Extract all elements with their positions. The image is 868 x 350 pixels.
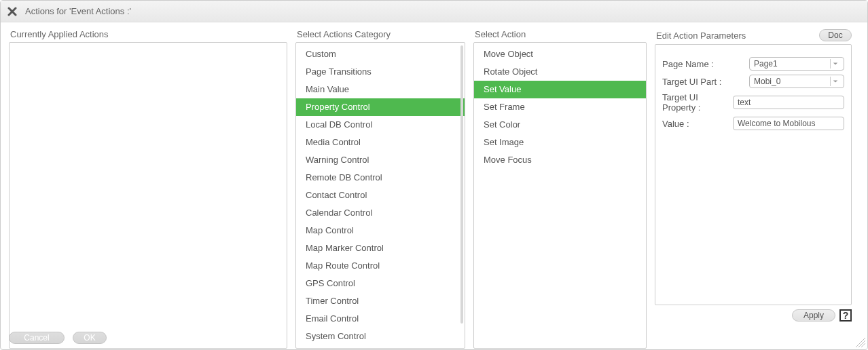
help-icon[interactable]: ? [839,309,852,322]
close-icon[interactable] [6,5,18,18]
value-label: Value : [662,119,727,129]
page-name-label: Page Name : [662,59,744,69]
apply-button[interactable]: Apply [792,309,835,322]
page-name-value: Page1 [754,59,778,69]
action-item[interactable]: Set Frame [474,98,646,116]
col-params: Edit Action Parameters Doc Page Name : P… [655,29,852,350]
category-item[interactable]: Local DB Control [296,116,465,134]
resize-grip-icon[interactable] [853,335,865,347]
category-item[interactable]: Remote DB Control [296,169,465,187]
category-item[interactable]: Property Control [296,98,465,116]
ok-button[interactable]: OK [73,332,107,344]
category-item[interactable]: Map Control [296,222,465,239]
action-item[interactable]: Set Image [474,134,646,151]
params-header: Edit Action Parameters [655,31,746,41]
target-ui-part-label: Target UI Part : [662,77,744,87]
target-ui-property-label: Target UI Property : [662,92,727,113]
cancel-button[interactable]: Cancel [9,332,65,344]
category-item[interactable]: Calendar Control [296,204,465,222]
category-item[interactable]: Contact Control [296,187,465,204]
action-item[interactable]: Rotate Object [474,63,646,81]
page-name-select[interactable]: Page1 [749,57,844,71]
category-item[interactable]: Main Value [296,81,465,98]
col-action: Select Action Move ObjectRotate ObjectSe… [473,29,647,350]
action-item[interactable]: Move Object [474,45,646,63]
apply-row: Apply ? [655,309,852,322]
category-item[interactable]: Warning Control [296,151,465,169]
category-item[interactable]: Map Marker Control [296,239,465,257]
category-item[interactable]: Media Control [296,134,465,151]
param-row-page-name: Page Name : Page1 [662,57,844,71]
category-item[interactable]: Custom [296,45,465,63]
doc-button[interactable]: Doc [819,29,852,41]
applied-actions-header: Currently Applied Actions [9,29,287,39]
action-item[interactable]: Set Color [474,116,646,134]
dialog-title: Actions for 'Event Actions :' [25,6,131,16]
param-row-value: Value : [662,117,844,130]
col-category: Select Actions Category CustomPage Trans… [295,29,465,350]
action-header: Select Action [473,29,647,39]
chevron-down-icon [830,77,839,86]
titlebar: Actions for 'Event Actions :' [1,1,867,22]
category-item[interactable]: Email Control [296,310,465,328]
col-applied-actions: Currently Applied Actions Cut Copy Paste… [9,29,287,350]
category-item[interactable]: Map Route Control [296,257,465,275]
target-ui-property-input[interactable] [733,96,844,109]
value-input[interactable] [733,117,844,130]
target-ui-part-value: Mobi_0 [754,77,780,86]
params-box: Page Name : Page1 Target UI Part : Mobi_… [655,44,852,305]
category-item[interactable]: Page Transitions [296,63,465,81]
scrollbar[interactable] [460,45,463,324]
action-list[interactable]: Move ObjectRotate ObjectSet ValueSet Fra… [473,42,647,349]
category-item[interactable]: GPS Control [296,275,465,292]
action-item[interactable]: Move Focus [474,151,646,169]
dialog-window: Actions for 'Event Actions :' Currently … [0,0,868,350]
target-ui-part-select[interactable]: Mobi_0 [749,75,844,88]
category-item[interactable]: Timer Control [296,292,465,310]
dialog-footer: Cancel OK [9,332,107,344]
dialog-content: Currently Applied Actions Cut Copy Paste… [1,22,867,350]
svg-line-0 [856,338,865,347]
category-item[interactable]: System Control [296,328,465,345]
applied-actions-list[interactable] [9,42,287,349]
param-row-target-ui-part: Target UI Part : Mobi_0 [662,75,844,88]
category-header: Select Actions Category [295,29,465,39]
param-row-target-ui-property: Target UI Property : [662,92,844,113]
chevron-down-icon [830,59,839,69]
params-header-row: Edit Action Parameters Doc [655,29,852,41]
category-list[interactable]: CustomPage TransitionsMain ValueProperty… [295,42,465,349]
action-item[interactable]: Set Value [474,81,646,98]
